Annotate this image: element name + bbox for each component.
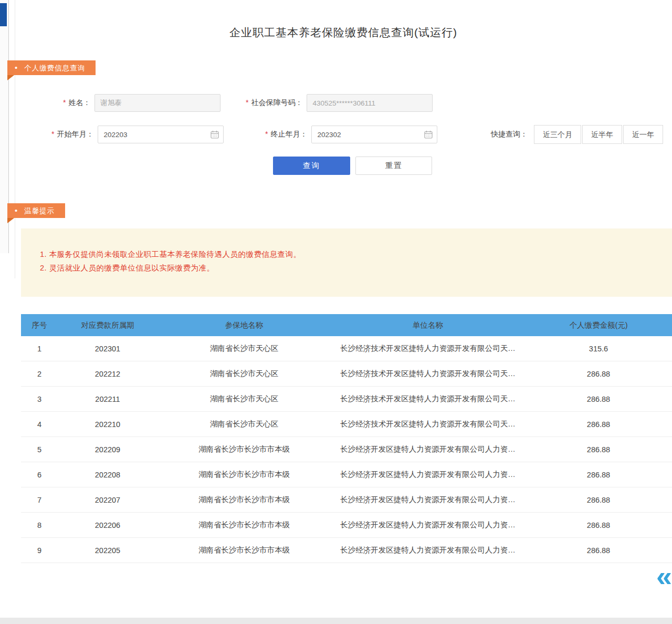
sidebar-blue-tab[interactable]: [0, 3, 7, 26]
table-row: 6202208湖南省长沙市长沙市市本级长沙经济开发区捷特人力资源开发有限公司人力…: [21, 462, 672, 487]
table-cell: 湖南省长沙市天心区: [158, 387, 331, 411]
bullet-icon: •: [15, 63, 18, 72]
query-button[interactable]: 查询: [273, 157, 350, 175]
table-row: 3202211湖南省长沙市天心区长沙经济技术开发区捷特人力资源开发有限公司天…2…: [21, 387, 672, 412]
required-mark: *: [51, 130, 54, 138]
table-cell: 202206: [58, 513, 158, 537]
table-cell: 长沙经济技术开发区捷特人力资源开发有限公司天…: [331, 336, 525, 361]
table-cell: 长沙经济开发区捷特人力资源开发有限公司人力资…: [331, 487, 525, 512]
table-cell: 长沙经济开发区捷特人力资源开发有限公司人力资…: [331, 538, 525, 563]
bottom-edge: [0, 618, 672, 624]
quick-query-3months-button[interactable]: 近三个月: [534, 125, 581, 144]
name-label: 姓名：: [68, 98, 90, 107]
table-cell: 286.88: [525, 437, 672, 462]
table-cell: 286.88: [525, 361, 672, 386]
table-cell: 湖南省长沙市长沙市市本级: [158, 513, 331, 537]
reset-button[interactable]: 重置: [355, 157, 432, 175]
table-cell: 286.88: [525, 513, 672, 537]
table-cell: 湖南省长沙市长沙市市本级: [158, 538, 331, 563]
table-cell: 202205: [58, 538, 158, 563]
header-amount: 个人缴费金额(元): [525, 314, 672, 336]
table-cell: 202210: [58, 412, 158, 436]
table-cell: 202212: [58, 361, 158, 386]
table-cell: 长沙经济技术开发区捷特人力资源开发有限公司天…: [331, 361, 525, 386]
table-row: 2202212湖南省长沙市天心区长沙经济技术开发区捷特人力资源开发有限公司天…2…: [21, 361, 672, 387]
ssn-input[interactable]: [307, 94, 433, 112]
table-body: 1202301湖南省长沙市天心区长沙经济技术开发区捷特人力资源开发有限公司天…3…: [21, 336, 672, 563]
required-mark: *: [246, 98, 248, 107]
panel-divider: [15, 0, 15, 278]
end-month-label: 终止年月：: [270, 130, 307, 138]
table-cell: 长沙经济开发区捷特人力资源开发有限公司人力资…: [331, 437, 525, 462]
results-table: 序号 对应费款所属期 参保地名称 单位名称 个人缴费金额(元) 1202301湖…: [21, 314, 672, 563]
table-cell: 1: [21, 336, 58, 361]
table-cell: 315.6: [525, 336, 672, 361]
required-mark: *: [265, 130, 268, 138]
table-row: 9202205湖南省长沙市长沙市市本级长沙经济开发区捷特人力资源开发有限公司人力…: [21, 538, 672, 563]
required-mark: *: [63, 98, 66, 107]
table-cell: 202207: [58, 487, 158, 512]
header-insured-place: 参保地名称: [158, 314, 331, 336]
table-cell: 湖南省长沙市长沙市市本级: [158, 462, 331, 487]
table-row: 5202209湖南省长沙市长沙市市本级长沙经济开发区捷特人力资源开发有限公司人力…: [21, 437, 672, 462]
name-input[interactable]: [94, 94, 220, 112]
tip-line: 1. 本服务仅提供尚未领取企业职工基本养老保险待遇人员的缴费信息查询。: [40, 247, 672, 261]
table-header-row: 序号 对应费款所属期 参保地名称 单位名称 个人缴费金额(元): [21, 314, 672, 336]
table-cell: 长沙经济开发区捷特人力资源开发有限公司人力资…: [331, 462, 525, 487]
section-badge-tips: •温馨提示: [7, 203, 65, 218]
badge-fold-decoration: [7, 218, 14, 223]
page: 企业职工基本养老保险缴费信息查询(试运行) •个人缴费信息查询 *姓名： *社会…: [0, 0, 672, 624]
table-cell: 286.88: [525, 487, 672, 512]
table-cell: 长沙经济技术开发区捷特人力资源开发有限公司天…: [331, 387, 525, 411]
table-cell: 9: [21, 538, 58, 563]
table-cell: 202208: [58, 462, 158, 487]
table-row: 7202207湖南省长沙市长沙市市本级长沙经济开发区捷特人力资源开发有限公司人力…: [21, 487, 672, 513]
tip-line: 2. 灵活就业人员的缴费单位信息以实际缴费为准。: [40, 261, 672, 275]
table-cell: 3: [21, 387, 58, 411]
table-cell: 5: [21, 437, 58, 462]
header-period: 对应费款所属期: [58, 314, 158, 336]
table-cell: 长沙经济技术开发区捷特人力资源开发有限公司天…: [331, 412, 525, 436]
tips-panel: 1. 本服务仅提供尚未领取企业职工基本养老保险待遇人员的缴费信息查询。 2. 灵…: [21, 228, 672, 297]
table-cell: 7: [21, 487, 58, 512]
table-cell: 286.88: [525, 462, 672, 487]
table-cell: 202209: [58, 437, 158, 462]
table-cell: 286.88: [525, 538, 672, 563]
table-cell: 湖南省长沙市天心区: [158, 336, 331, 361]
section-badge-label: 个人缴费信息查询: [24, 64, 85, 72]
start-month-group: *开始年月：: [51, 125, 224, 144]
table-cell: 湖南省长沙市天心区: [158, 412, 331, 436]
table-cell: 4: [21, 412, 58, 436]
section-badge-personal-payment-query: •个人缴费信息查询: [7, 60, 96, 75]
start-month-label: 开始年月：: [57, 130, 93, 138]
page-title: 企业职工基本养老保险缴费信息查询(试运行): [15, 25, 672, 40]
end-month-group: *终止年月：: [265, 125, 437, 144]
table-cell: 2: [21, 361, 58, 386]
table-cell: 湖南省长沙市长沙市市本级: [158, 437, 331, 462]
quick-query-1year-button[interactable]: 近一年: [623, 125, 663, 144]
bullet-icon: •: [15, 206, 18, 215]
ssn-label: 社会保障号码：: [251, 98, 302, 107]
table-cell: 长沙经济开发区捷特人力资源开发有限公司人力资…: [331, 513, 525, 537]
ssn-field-group: *社会保障号码：: [246, 93, 433, 112]
section-badge-label: 温馨提示: [24, 207, 55, 215]
table-row: 8202206湖南省长沙市长沙市市本级长沙经济开发区捷特人力资源开发有限公司人力…: [21, 513, 672, 538]
header-employer: 单位名称: [331, 314, 525, 336]
table-row: 1202301湖南省长沙市天心区长沙经济技术开发区捷特人力资源开发有限公司天…3…: [21, 336, 672, 361]
table-cell: 6: [21, 462, 58, 487]
table-cell: 202211: [58, 387, 158, 411]
table-cell: 202301: [58, 336, 158, 361]
name-field-group: *姓名：: [63, 93, 220, 112]
end-month-input[interactable]: [311, 126, 437, 143]
table-cell: 湖南省长沙市长沙市市本级: [158, 487, 331, 512]
collapse-left-icon[interactable]: «: [656, 562, 672, 590]
quick-query-label: 快捷查询：: [491, 130, 528, 139]
quick-query-halfyear-button[interactable]: 近半年: [582, 125, 622, 144]
header-seq: 序号: [21, 314, 58, 336]
table-cell: 湖南省长沙市天心区: [158, 361, 331, 386]
table-row: 4202210湖南省长沙市天心区长沙经济技术开发区捷特人力资源开发有限公司天…2…: [21, 412, 672, 437]
quick-query-group: 快捷查询： 近三个月 近半年 近一年: [491, 125, 663, 144]
table-cell: 286.88: [525, 387, 672, 411]
start-month-input[interactable]: [98, 126, 224, 143]
badge-fold-decoration: [7, 75, 14, 80]
